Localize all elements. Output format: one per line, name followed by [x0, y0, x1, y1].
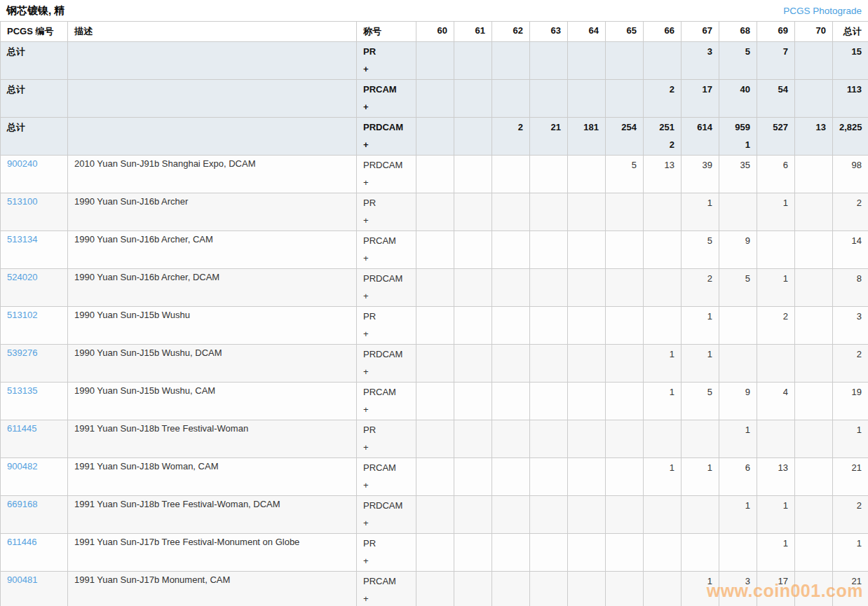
grade-61-cell: [454, 156, 492, 193]
summary-row-prdcam: 总计PRDCAM+ 2 21 181 254 2512614 9591527 1…: [1, 118, 868, 156]
grade-70-cell: [795, 231, 833, 269]
grade-count: [536, 310, 561, 324]
grade-count: [612, 347, 637, 361]
coin-description: 1990 Yuan Sun-J16b Archer: [74, 196, 188, 207]
plus-grade-count: [726, 62, 750, 76]
grade-68-cell: 6: [719, 458, 757, 496]
grade-69-cell: 527: [757, 118, 795, 156]
grade-count: [461, 196, 485, 210]
plus-grade-count: [801, 62, 826, 76]
grade-60-cell: [416, 572, 454, 606]
grade-62-cell: [492, 572, 530, 606]
plus-symbol: +: [363, 516, 409, 530]
grade-69-cell: [757, 420, 795, 458]
grade-count: 5: [726, 272, 750, 286]
grade-count: [801, 45, 826, 59]
grade-66-cell: 13: [644, 156, 681, 193]
coin-row: 6114451991 Yuan Sun-J18b Tree Festival-W…: [1, 420, 868, 458]
grade-count: [801, 499, 826, 513]
grade-64-cell: [568, 307, 606, 345]
grade-count: [423, 385, 447, 399]
grade-60-cell: [416, 420, 454, 458]
pcgs-number-link[interactable]: 513135: [7, 385, 37, 396]
pcgs-number-cell: 539276: [1, 345, 68, 383]
grade-count: [423, 423, 447, 437]
col-header-grade-68: 68: [719, 22, 757, 42]
pcgs-number-link[interactable]: 900240: [7, 158, 37, 169]
grade-count: 614: [688, 120, 712, 135]
grade-62-cell: 2: [492, 118, 530, 156]
grade-60-cell: [416, 383, 454, 420]
description-cell: 1991 Yuan Sun-J18b Tree Festival-Woman, …: [68, 496, 357, 534]
coin-description: 1991 Yuan Sun-J17b Monument, CAM: [74, 574, 230, 585]
designation-value: PR: [363, 423, 409, 437]
grade-count: [574, 574, 599, 588]
pcgs-number-link[interactable]: 513100: [7, 196, 37, 207]
grade-count: 3: [688, 45, 712, 59]
pcgs-number-cell: 900482: [1, 458, 68, 496]
pcgs-number-link[interactable]: 900481: [7, 574, 37, 585]
grade-count: [574, 234, 599, 248]
pcgs-number-cell: 513134: [1, 231, 68, 269]
pcgs-photograde-link[interactable]: PCGS Photograde: [783, 6, 862, 16]
grade-65-cell: [606, 420, 644, 458]
pcgs-number-link[interactable]: 539276: [7, 347, 37, 358]
header-row: PCGS 编号描述称号6061626364656667686970总计: [1, 22, 868, 42]
coin-description: 2010 Yuan Sun-J91b Shanghai Expo, DCAM: [74, 158, 256, 169]
grade-count: [423, 196, 447, 210]
grade-count: [536, 45, 561, 59]
grade-count: [536, 461, 561, 475]
grade-count: [461, 499, 485, 513]
grade-61-cell: [454, 80, 492, 118]
grade-65-cell: [606, 80, 644, 118]
grade-68-cell: [719, 193, 757, 231]
designation-value: PR: [363, 45, 409, 59]
grade-count: [536, 385, 561, 399]
grade-63-cell: [530, 572, 568, 606]
grade-61-cell: [454, 345, 492, 383]
description-cell: 1990 Yuan Sun-J16b Archer, CAM: [68, 231, 357, 269]
grade-count: 2: [499, 120, 523, 135]
pcgs-number-link[interactable]: 513134: [7, 234, 37, 245]
grade-count: 1: [650, 385, 674, 399]
total-cell: 14: [833, 231, 868, 269]
grade-66-cell: 1: [644, 345, 681, 383]
grade-count: [650, 423, 674, 437]
pcgs-number-link[interactable]: 513102: [7, 310, 37, 320]
grade-62-cell: [492, 496, 530, 534]
grade-count: [499, 158, 523, 172]
total-cell: 21: [833, 572, 868, 606]
grade-67-cell: [681, 496, 719, 534]
grade-count: [764, 347, 788, 361]
grade-70-cell: 13: [795, 118, 833, 156]
grade-count: [499, 499, 523, 513]
pcgs-number-link[interactable]: 669168: [7, 499, 37, 509]
grade-count: [536, 499, 561, 513]
total-cell: 3: [833, 307, 868, 345]
grade-count: [461, 158, 485, 172]
grade-count: [461, 385, 485, 399]
grade-count: [650, 196, 674, 210]
total-count: 8: [839, 272, 862, 286]
grade-61-cell: [454, 420, 492, 458]
plus-symbol: +: [363, 214, 409, 228]
grade-63-cell: [530, 193, 568, 231]
total-cell: 2,825: [833, 118, 868, 156]
pcgs-number-link[interactable]: 611446: [7, 537, 36, 547]
pcgs-number-link[interactable]: 900482: [7, 461, 37, 471]
grade-67-cell: 5: [681, 231, 719, 269]
plus-grade-count: [461, 62, 485, 76]
pcgs-number-cell: 611445: [1, 420, 68, 458]
pcgs-number-link[interactable]: 611445: [7, 423, 36, 434]
grade-61-cell: [454, 42, 492, 80]
plus-grade-count: [574, 62, 599, 76]
grade-61-cell: [454, 496, 492, 534]
grade-count: [499, 310, 523, 324]
grade-count: [536, 272, 561, 286]
total-count: 2: [839, 499, 862, 513]
designation-cell: PRCAM+: [357, 572, 416, 606]
grade-count: [612, 461, 637, 475]
plus-grade-count: [801, 100, 826, 114]
description-cell: 1990 Yuan Sun-J16b Archer: [68, 193, 357, 231]
pcgs-number-link[interactable]: 524020: [7, 272, 37, 282]
